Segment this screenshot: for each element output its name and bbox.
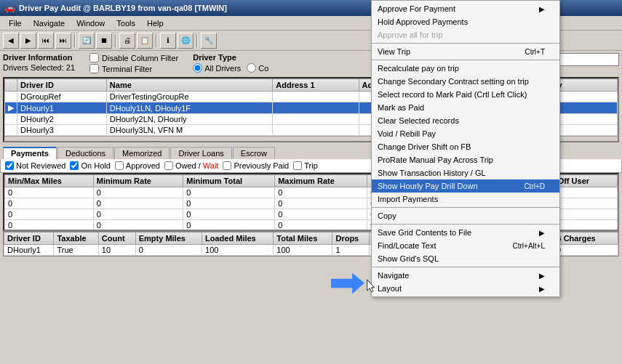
pay-col-minrate[interactable]: Minimum Rate [93,175,183,187]
pay-cell-0: 0 [5,220,94,231]
print-btn[interactable]: 🖨 [119,33,135,49]
ctx-label-mark_paid: Mark as Paid [378,103,424,112]
sum-col-loaded[interactable]: Loaded Miles [202,232,274,245]
col-addr1[interactable]: Address 1 [273,79,359,92]
ctx-label-show_transaction: Show Transaction History / GL [378,169,486,177]
ctx-item-change_driver_shift[interactable]: Change Driver Shift on FB [372,140,559,153]
all-drivers-radio[interactable] [193,63,202,73]
ctx-shortcut-approve_payment: ▶ [539,5,545,13]
stop-btn[interactable]: ⏹ [96,33,112,49]
ctx-item-approve_all[interactable]: Approve all for trip [372,28,559,41]
toolbar-sep1 [74,34,76,47]
filter-approved-check[interactable] [115,161,124,170]
cell-name: DHourly2LN, DHourly [106,114,273,125]
filter-checkboxes: Disable Column Filter Terminal Filter [89,53,178,73]
ctx-item-view_trip[interactable]: View Trip Ctrl+T [372,45,559,58]
col-name[interactable]: Name [106,79,273,92]
ctx-item-select_record[interactable]: Select record to Mark Paid (Crtl Left Cl… [372,88,559,101]
pay-cell-0: 0 [5,209,94,220]
ctx-item-show_hourly[interactable]: Show Hourly Pay Drill Down Ctrl+D [372,179,559,193]
nav-end-btn[interactable]: ⏭ [55,33,71,49]
ctx-item-change_secondary[interactable]: Change Secondary Contract setting on tri… [372,75,559,88]
menu-tools[interactable]: Tools [111,18,141,28]
globe-btn[interactable]: 🌐 [178,33,194,49]
driver-type-panel: Driver Type All Drivers Co [193,53,268,73]
title-text: Driver Pay Audit @ BARLBY19 from van-qa0… [19,4,227,12]
filter-approved: Approved [115,161,160,170]
co-radio[interactable] [247,63,256,73]
co-radio-item: Co [247,63,268,73]
ctx-label-hold_approved: Hold Approved Payments [378,17,468,26]
filter-on-hold-check[interactable] [70,161,79,170]
menu-file[interactable]: File [3,18,28,28]
sum-col-count[interactable]: Count [98,232,135,245]
ctx-label-navigate: Navigate [378,271,409,280]
driver-info-label: Driver Information [3,53,75,62]
sum-count: 10 [98,245,135,256]
ctx-item-navigate[interactable]: Navigate ▶ [372,269,559,282]
ctx-item-clear_selected[interactable]: Clear Selected records [372,114,559,127]
ctx-item-approve_payment[interactable]: Approve For Payment ▶ [372,2,559,15]
sum-empty: 0 [135,245,202,256]
pay-col-maxrate[interactable]: Maximum Rate [275,175,367,187]
tab-deductions[interactable]: Deductions [57,147,113,159]
filter-prev-paid-check[interactable] [223,161,231,170]
filter-trip: Trip [293,161,318,170]
ctx-item-recalculate[interactable]: Recalculate pay on trip [372,62,559,75]
ctx-item-show_transaction[interactable]: Show Transaction History / GL [372,166,559,179]
tab-escrow[interactable]: Escrow [233,147,275,159]
pay-cell-3: 0 [275,220,367,231]
ctx-item-import_payments[interactable]: Import Payments [372,193,559,206]
col-driver-id[interactable]: Driver ID [17,79,107,92]
sum-col-drops[interactable]: Drops [332,232,370,245]
row-indicator: ▶ [5,102,17,114]
ctx-shortcut-layout: ▶ [539,285,545,293]
ctx-item-show_sql[interactable]: Show Grid's SQL [372,252,559,265]
filter-not-reviewed-check[interactable] [5,161,14,170]
cell-addr1 [273,125,359,136]
sum-col-taxable[interactable]: Taxable [54,232,98,245]
nav-back-btn[interactable]: ◀ [3,33,19,49]
tab-memorized[interactable]: Memorized [114,147,170,159]
filter-owed-check[interactable] [164,161,173,170]
toolbar-sep4 [196,34,198,47]
ctx-shortcut-save_grid: ▶ [539,229,545,237]
driver-type-label: Driver Type [193,53,268,62]
info-btn[interactable]: ℹ [160,33,176,49]
disable-col-filter-check[interactable] [89,53,99,62]
ctx-item-layout[interactable]: Layout ▶ [372,282,559,295]
refresh-btn[interactable]: 🔄 [79,33,95,49]
pay-col-minmax[interactable]: Min/Max Miles [5,175,94,187]
nav-forward-btn[interactable]: ▶ [20,33,36,49]
sum-col-total[interactable]: Total Miles [274,232,332,245]
pay-cell-2: 0 [183,187,275,198]
filter-owed-label: Owed / [175,161,201,170]
ctx-label-select_record: Select record to Mark Paid (Crtl Left Cl… [378,90,527,99]
ctx-item-prorate[interactable]: ProRate Manual Pay Across Trip [372,153,559,166]
filter-trip-check[interactable] [293,161,302,170]
ctx-item-copy[interactable]: Copy [372,209,559,222]
driver-type-radios: All Drivers Co [193,63,268,73]
filter-owed-wait: Owed / Wait [164,161,218,170]
sum-col-driverid[interactable]: Driver ID [4,232,54,245]
toolbar-sep2 [115,34,116,47]
menu-help[interactable]: Help [141,18,170,28]
tab-payments[interactable]: Payments [3,147,57,159]
menu-navigate[interactable]: Navigate [28,18,71,28]
menu-window[interactable]: Window [71,18,111,28]
tab-driver-loans[interactable]: Driver Loans [170,147,231,159]
ctx-item-find_locate[interactable]: Find/Locate Text Ctrl+Alt+L [372,239,559,252]
ctx-item-mark_paid[interactable]: Mark as Paid [372,101,559,114]
pay-col-mintotal[interactable]: Minimum Total [183,175,275,187]
terminal-filter-row: Terminal Filter [89,64,178,73]
filter-previously-paid: Previously Paid [223,161,289,170]
ctx-item-hold_approved[interactable]: Hold Approved Payments [372,15,559,28]
export-btn[interactable]: 📋 [137,33,153,49]
ctx-item-save_grid[interactable]: Save Grid Contents to File ▶ [372,226,559,239]
nav-home-btn[interactable]: ⏮ [38,33,54,49]
sum-col-empty[interactable]: Empty Miles [135,232,202,245]
pay-cell-1: 0 [93,220,183,231]
tools-btn[interactable]: 🔧 [201,33,217,49]
ctx-item-void_rebill[interactable]: Void / Rebill Pay [372,127,559,140]
terminal-filter-check[interactable] [89,64,99,73]
